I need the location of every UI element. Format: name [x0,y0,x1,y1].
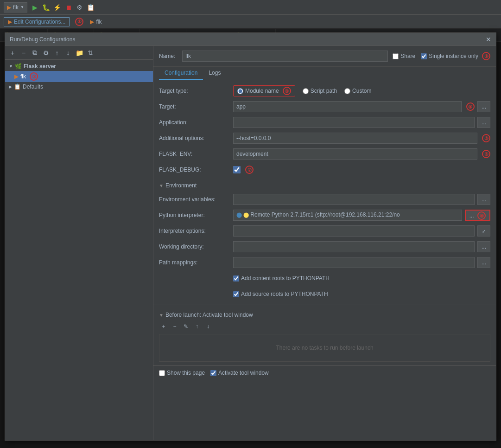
working-dir-label: Working directory: [159,243,233,250]
add-source-roots-checkbox[interactable] [233,291,239,297]
before-launch-add-button[interactable]: + [159,322,168,331]
dropdown-label: flk [13,4,19,11]
add-source-roots-label[interactable]: Add source roots to PYTHONPATH [233,291,328,297]
additional-options-badge: ⑤ [482,134,490,142]
target-label: Target: [159,103,233,110]
working-dir-browse-button[interactable]: ... [477,241,490,252]
config-settings-button[interactable]: ⚙ [41,48,51,58]
tree-item-defaults[interactable]: ▶ 📋 Defaults [5,82,153,91]
flask-icon-group: 🌿 [15,63,22,70]
sort-button[interactable]: ⇅ [86,48,95,58]
dialog-title: Run/Debug Configurations [10,36,75,43]
settings-icon[interactable]: ⚙ [76,3,84,12]
activate-tool-window-checkbox[interactable] [210,370,216,376]
vcs-icon[interactable]: 📋 [87,3,95,12]
add-source-roots-text: Add source roots to PYTHONPATH [241,291,328,297]
move-down-button[interactable]: ↓ [63,48,73,58]
before-launch-remove-button[interactable]: − [170,322,179,331]
edit-configurations-button[interactable]: ▶ Edit Configurations... [4,17,70,26]
dialog-titlebar: Run/Debug Configurations ✕ [5,33,496,46]
add-source-roots-row: Add source roots to PYTHONPATH [159,288,490,300]
env-collapse-arrow: ▼ [159,183,164,188]
python-interpreter-input[interactable]: ⬤⬤ Remote Python 2.7.15rc1 (sftp://root@… [233,210,462,221]
show-page-label[interactable]: Show this page [159,370,205,376]
show-page-checkbox[interactable] [159,370,165,376]
application-input-wrap: ... [233,117,490,128]
target-input-wrap: ④ ... [233,101,490,112]
before-launch-edit-button[interactable]: ✎ [181,322,190,331]
run-with-coverage-icon[interactable]: ⚡ [53,3,62,12]
tab-logs[interactable]: Logs [203,67,226,80]
add-config-button[interactable]: + [8,48,17,58]
interpreter-browse-button[interactable]: ... ⑧ [465,210,490,221]
defaults-icon: 📋 [14,83,21,90]
python-interpreter-label: Python interpreter: [159,212,233,218]
tree-item-flk[interactable]: ▶ flk ② [5,71,153,82]
target-badge: ④ [466,102,475,111]
before-launch-arrow: ▼ [159,313,164,318]
env-vars-input[interactable] [233,194,475,205]
remove-config-button[interactable]: − [19,48,28,58]
copy-config-button[interactable]: ⧉ [30,48,39,58]
path-mappings-input[interactable] [233,257,475,268]
run-btn-icon[interactable]: ▶ [31,3,39,12]
path-mappings-row: Path mappings: ... [159,256,490,269]
move-up-button[interactable]: ↑ [52,48,62,58]
tree-group-flask[interactable]: ▼ 🌿 Flask server [5,62,153,71]
before-launch-down-button[interactable]: ↓ [203,322,213,331]
radio-custom-text: Custom [352,88,371,94]
env-vars-label: Environment variables: [159,196,233,203]
working-dir-input[interactable] [233,241,475,252]
flask-debug-checkbox[interactable] [233,166,241,173]
env-vars-browse-button[interactable]: ... [477,194,490,205]
before-launch-section: ▼ Before launch: Activate tool window + … [153,305,496,365]
application-browse-button[interactable]: ... [477,117,490,128]
config-item-label: flk [96,19,101,25]
debug-btn-icon[interactable]: 🐛 [42,3,51,12]
radio-module-name[interactable] [237,88,243,94]
additional-options-wrap: ⑤ [233,133,490,144]
flask-env-row: FLASK_ENV: ⑥ [159,148,490,160]
single-instance-checkbox[interactable] [421,53,427,59]
right-panel: Name: Share Single instance only ⑨ [153,46,496,440]
tree-group-label: Flask server [24,63,56,70]
interpreter-options-input[interactable] [233,225,475,237]
before-launch-header[interactable]: ▼ Before launch: Activate tool window [159,309,490,319]
target-row: Target: ④ ... [159,101,490,113]
config-item-flk[interactable]: ▶ flk [87,18,104,26]
radio-script-path[interactable] [303,88,309,94]
add-content-roots-label[interactable]: Add content roots to PYTHONPATH [233,275,330,282]
dialog-close-button[interactable]: ✕ [486,36,491,43]
before-launch-up-button[interactable]: ↑ [192,322,202,331]
run-icon: ▶ [7,4,11,11]
radio-module-name-label[interactable]: Module name ③ [233,85,295,96]
radio-script-path-label[interactable]: Script path [303,88,337,94]
path-mappings-browse-button[interactable]: ... [477,257,490,268]
single-instance-text: Single instance only [429,53,478,59]
environment-label: Environment [165,182,197,189]
activate-tool-window-label[interactable]: Activate tool window [210,370,269,376]
name-input[interactable] [182,51,388,62]
bottom-bar: Show this page Activate tool window [153,365,496,380]
form-area: Target type: Module name ③ Script path [153,80,496,305]
folder-button[interactable]: 📁 [75,48,84,58]
python-interpreter-wrap: ⬤⬤ Remote Python 2.7.15rc1 (sftp://root@… [233,210,490,221]
target-input[interactable] [233,101,462,112]
additional-options-input[interactable] [233,133,477,144]
single-instance-label[interactable]: Single instance only ⑨ [421,52,490,60]
flask-env-input[interactable] [233,148,477,160]
target-browse-button[interactable]: ... [477,101,490,112]
radio-custom[interactable] [344,88,350,94]
application-input[interactable] [233,117,475,128]
share-checkbox[interactable] [393,53,399,59]
config-tabs: Configuration Logs [153,67,496,80]
run-config-dropdown[interactable]: ▶ flk ▼ [4,2,27,13]
share-checkbox-label[interactable]: Share [393,53,415,59]
tab-configuration[interactable]: Configuration [159,67,203,80]
interpreter-options-expand-button[interactable]: ⤢ [477,225,490,237]
environment-section-header[interactable]: ▼ Environment [159,179,490,190]
working-dir-row: Working directory: ... [159,241,490,253]
radio-custom-label[interactable]: Custom [344,88,371,94]
stop-btn-icon[interactable]: ⏹ [64,3,73,12]
add-content-roots-checkbox[interactable] [233,275,239,282]
